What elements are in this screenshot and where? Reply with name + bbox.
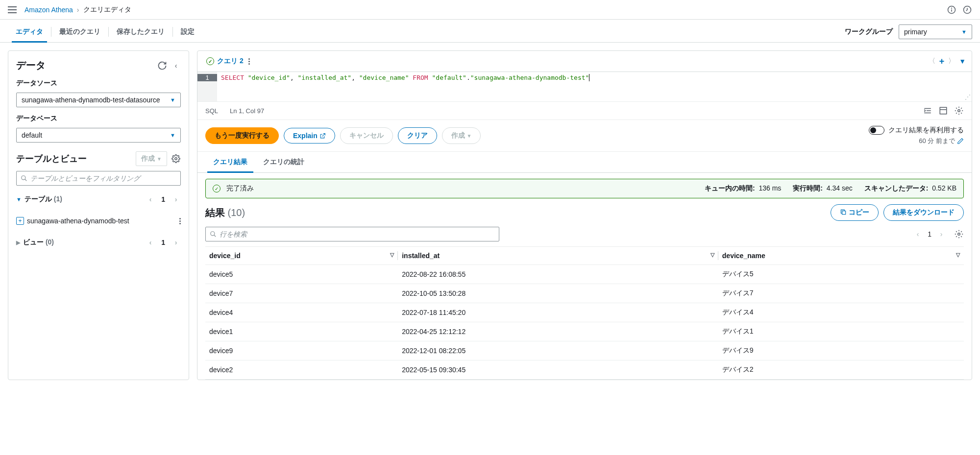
prev-page-icon[interactable]: ‹ bbox=[146, 238, 155, 247]
refresh-icon[interactable] bbox=[157, 61, 167, 71]
results-table: device_id▽installed_at▽device_name▽ devi… bbox=[205, 246, 964, 380]
more-icon[interactable] bbox=[179, 218, 181, 224]
chevron-right-icon: › bbox=[77, 6, 79, 14]
tab-query-stats[interactable]: クエリの統計 bbox=[255, 152, 312, 172]
external-link-icon bbox=[319, 133, 326, 139]
add-tab-icon[interactable]: + bbox=[939, 56, 945, 67]
tables-filter[interactable] bbox=[16, 171, 181, 186]
svg-point-4 bbox=[175, 158, 177, 160]
triangle-right-icon: ▶ bbox=[16, 239, 20, 246]
tables-views-title: テーブルとビュー bbox=[16, 153, 132, 165]
gear-icon[interactable] bbox=[954, 229, 964, 239]
tab-saved[interactable]: 保存したクエリ bbox=[109, 22, 172, 42]
paren-left-icon: 〈 bbox=[929, 57, 935, 66]
reuse-label: クエリ結果を再利用する bbox=[888, 126, 964, 135]
breadcrumb: Amazon Athena › クエリエディタ bbox=[24, 5, 947, 14]
search-icon bbox=[21, 175, 27, 182]
explain-button[interactable]: Explain bbox=[284, 128, 335, 144]
database-label: データベース bbox=[16, 114, 181, 123]
caret-down-icon: ▼ bbox=[961, 29, 967, 35]
tab-editor[interactable]: エディタ bbox=[8, 22, 51, 42]
expand-icon[interactable]: + bbox=[16, 217, 24, 225]
caret-down-icon: ▼ bbox=[170, 132, 175, 138]
editor-lang: SQL bbox=[205, 107, 218, 115]
workgroup-label: ワークグループ bbox=[845, 27, 893, 36]
column-header[interactable]: installed_at▽ bbox=[398, 247, 718, 265]
results-title: 結果 (10) bbox=[205, 206, 245, 219]
tables-header[interactable]: ▼ テーブル (1) ‹ 1 › bbox=[16, 191, 181, 208]
caret-down-icon: ▼ bbox=[170, 97, 175, 103]
prev-page-icon[interactable]: ‹ bbox=[913, 229, 923, 239]
copy-button[interactable]: コピー bbox=[831, 204, 879, 221]
paren-right-icon: 〉 bbox=[948, 57, 955, 66]
create-button[interactable]: 作成 ▼ bbox=[136, 151, 167, 166]
results-search[interactable] bbox=[205, 227, 499, 241]
breadcrumb-page: クエリエディタ bbox=[83, 5, 131, 14]
status-text: 完了済み bbox=[226, 184, 254, 193]
datasource-select[interactable]: sunagawa-athena-dynamodb-test-datasource… bbox=[16, 93, 181, 107]
menu-icon[interactable] bbox=[8, 6, 17, 13]
prev-page-icon[interactable]: ‹ bbox=[146, 194, 155, 204]
indent-icon[interactable] bbox=[923, 106, 932, 116]
cancel-button: キャンセル bbox=[340, 127, 393, 144]
next-page-icon[interactable]: › bbox=[936, 229, 946, 239]
table-row: device52022-08-22 16:08:55デバイス5 bbox=[205, 265, 964, 284]
copy-icon bbox=[840, 209, 847, 216]
download-button[interactable]: 結果をダウンロード bbox=[883, 204, 964, 221]
table-row: device72022-10-05 13:50:28デバイス7 bbox=[205, 284, 964, 303]
next-page-icon[interactable]: › bbox=[171, 238, 181, 247]
sql-editor[interactable]: 1 SELECT "device_id", "installed_at", "d… bbox=[197, 72, 972, 101]
caret-down-icon: ▼ bbox=[157, 156, 162, 162]
datasource-label: データソース bbox=[16, 79, 181, 88]
workgroup-select[interactable]: primary ▼ bbox=[899, 24, 972, 39]
success-icon: ✓ bbox=[206, 57, 214, 65]
tables-filter-input[interactable] bbox=[30, 174, 176, 182]
history-icon[interactable] bbox=[962, 5, 972, 15]
table-row: device42022-07-18 11:45:20デバイス4 bbox=[205, 303, 964, 322]
next-page-icon[interactable]: › bbox=[171, 194, 181, 204]
triangle-down-icon: ▼ bbox=[16, 196, 22, 202]
create-query-button[interactable]: 作成 ▼ bbox=[442, 127, 481, 144]
resize-handle-icon[interactable]: ⋰ bbox=[965, 94, 971, 100]
success-icon: ✓ bbox=[213, 185, 220, 192]
tab-settings[interactable]: 設定 bbox=[173, 22, 202, 42]
breadcrumb-service[interactable]: Amazon Athena bbox=[24, 6, 73, 14]
table-row: device12022-04-25 12:12:12デバイス1 bbox=[205, 322, 964, 341]
results-search-input[interactable] bbox=[220, 230, 495, 238]
run-button[interactable]: もう一度実行する bbox=[205, 127, 279, 144]
table-row: device22022-05-15 09:30:45デバイス2 bbox=[205, 360, 964, 380]
reuse-toggle[interactable] bbox=[869, 126, 884, 135]
table-row: device92022-12-01 08:22:05デバイス9 bbox=[205, 341, 964, 360]
editor-pos: Ln 1, Col 97 bbox=[230, 107, 264, 115]
column-header[interactable]: device_id▽ bbox=[205, 247, 398, 265]
gear-icon[interactable] bbox=[171, 154, 181, 164]
svg-rect-13 bbox=[842, 211, 846, 215]
svg-line-6 bbox=[25, 179, 27, 181]
layout-icon[interactable] bbox=[938, 106, 948, 116]
svg-point-16 bbox=[958, 233, 960, 236]
tab-recent[interactable]: 最近のクエリ bbox=[51, 22, 108, 42]
collapse-icon[interactable]: ‹ bbox=[171, 61, 181, 71]
views-header[interactable]: ▶ ビュー (0) ‹ 1 › bbox=[16, 234, 181, 251]
pencil-icon bbox=[957, 138, 964, 144]
column-header[interactable]: device_name▽ bbox=[718, 247, 964, 265]
search-icon bbox=[210, 231, 217, 238]
database-select[interactable]: default ▼ bbox=[16, 128, 181, 143]
info-icon[interactable] bbox=[947, 5, 956, 15]
table-item[interactable]: + sunagawa-athena-dynamodb-test bbox=[16, 213, 181, 229]
clear-button[interactable]: クリア bbox=[398, 127, 437, 144]
gear-icon[interactable] bbox=[954, 106, 964, 116]
tab-menu-icon[interactable] bbox=[248, 58, 250, 65]
svg-point-12 bbox=[958, 110, 960, 112]
svg-rect-10 bbox=[940, 107, 947, 114]
svg-line-15 bbox=[214, 235, 216, 237]
svg-point-14 bbox=[211, 232, 215, 236]
svg-point-5 bbox=[22, 176, 25, 180]
sidebar-title: データ bbox=[16, 59, 157, 72]
tab-query-results[interactable]: クエリ結果 bbox=[205, 152, 255, 172]
reuse-time-edit[interactable]: 60 分 前まで bbox=[919, 137, 964, 145]
tabs-dropdown-icon[interactable]: ▼ bbox=[959, 57, 966, 65]
query-tab[interactable]: ✓ クエリ 2 bbox=[203, 55, 253, 68]
svg-point-2 bbox=[952, 8, 952, 8]
status-banner: ✓ 完了済み キュー内の時間: 136 ms 実行時間: 4.34 sec スキ… bbox=[205, 179, 964, 198]
